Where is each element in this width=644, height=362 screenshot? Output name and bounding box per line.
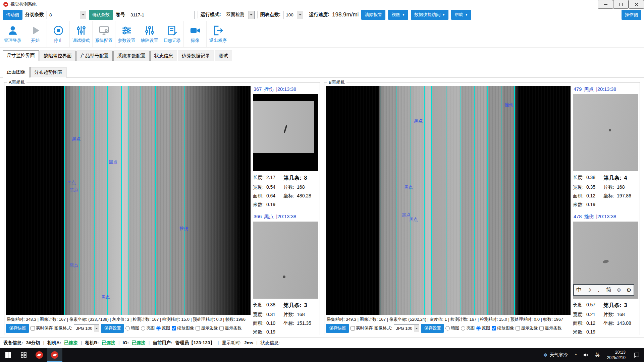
slit-count-select[interactable]: 8: [47, 11, 86, 19]
zoom-image-input[interactable]: [172, 326, 176, 330]
original-image-input[interactable]: [156, 326, 161, 330]
realtime-save-input[interactable]: [31, 326, 35, 330]
realtime-save-checkbox[interactable]: 实时保存: [31, 325, 53, 331]
stat-pieces: 片数:168: [283, 310, 318, 319]
image-format-value: JPG 100: [74, 326, 94, 331]
strip-boundary-line: [64, 86, 65, 315]
tab-test[interactable]: 测试: [215, 51, 232, 61]
start-button-taskbar[interactable]: [0, 348, 16, 362]
capture-button[interactable]: 撮像: [184, 21, 207, 47]
clock-widget[interactable]: 20:13 2025/2/10: [603, 348, 629, 362]
strip-boundary-line: [128, 86, 129, 315]
admin-login-button[interactable]: 管理登录: [1, 21, 24, 47]
zoom-image-input[interactable]: [492, 326, 496, 330]
clear-alarm-button[interactable]: 清除报警: [361, 10, 385, 20]
chevron-down-icon: [248, 11, 254, 19]
stat-empty: [603, 200, 638, 209]
show-edge-checkbox[interactable]: 显示边缘: [516, 325, 538, 331]
bright-image-input[interactable]: [141, 326, 145, 330]
tray-expand-chevron[interactable]: ^: [572, 348, 580, 362]
show-strips-input[interactable]: [539, 326, 544, 330]
stat-area: 面积:0.64: [253, 192, 283, 200]
realtime-save-input[interactable]: [351, 326, 355, 330]
save-settings-button[interactable]: 保存设置: [101, 324, 124, 333]
run-mode-select[interactable]: 双面检测: [224, 11, 255, 19]
realtime-save-checkbox[interactable]: 实时保存: [351, 325, 373, 331]
input-language-button[interactable]: 英: [591, 348, 603, 362]
dark-image-input[interactable]: [445, 326, 450, 330]
tab-system-param-config[interactable]: 系统参数配置: [113, 51, 150, 61]
dark-image-input[interactable]: [125, 326, 130, 330]
taskbar-app-button-active[interactable]: [47, 348, 62, 362]
ime-lang-toggle[interactable]: 中: [576, 287, 582, 294]
notification-center-button[interactable]: [629, 348, 644, 362]
view-menu-button[interactable]: 视图▼: [388, 10, 408, 20]
tab-front-image[interactable]: 正面图像: [3, 67, 30, 77]
ime-simplified-toggle[interactable]: 简: [606, 287, 611, 294]
dark-image-radio[interactable]: 暗图: [445, 325, 459, 331]
show-strips-input[interactable]: [219, 326, 224, 330]
defect-settings-button[interactable]: 缺陷设置: [138, 21, 161, 47]
weather-icon: ❄: [543, 352, 547, 358]
show-edge-input[interactable]: [196, 326, 200, 330]
bright-image-radio[interactable]: 亮图: [141, 325, 155, 331]
image-format-select[interactable]: JPG 100: [394, 324, 419, 332]
show-strips-checkbox[interactable]: 显示条数: [219, 325, 241, 331]
tab-status-info[interactable]: 状态信息: [150, 51, 177, 61]
image-format-select[interactable]: JPG 100: [74, 324, 99, 332]
save-settings-button[interactable]: 保存设置: [421, 324, 444, 333]
tab-edge-data-record[interactable]: 边缘数据记录: [178, 51, 214, 61]
exit-program-button[interactable]: 退出程序: [207, 21, 229, 47]
tab-product-model-config[interactable]: 产品型号配置: [76, 51, 113, 61]
show-edge-checkbox[interactable]: 显示边缘: [196, 325, 218, 331]
ime-punctuation-toggle[interactable]: ，: [596, 287, 601, 294]
maximize-button[interactable]: [613, 0, 629, 9]
zoom-image-checkbox[interactable]: 缩放图像: [492, 325, 514, 331]
start-button[interactable]: 开始: [24, 21, 47, 47]
debug-mode-button[interactable]: 调试模式: [70, 21, 93, 47]
dark-image-radio[interactable]: 暗图: [125, 325, 139, 331]
close-button[interactable]: [629, 0, 644, 9]
ime-fullwidth-moon-icon[interactable]: ☽: [586, 287, 591, 293]
tab-size-monitor[interactable]: 尺寸监控界面: [3, 50, 39, 61]
show-edge-input[interactable]: [516, 326, 520, 330]
ime-emoji-icon[interactable]: ☺: [616, 287, 622, 293]
task-view-button[interactable]: [16, 348, 32, 362]
chart-points-select[interactable]: 100: [283, 11, 303, 19]
original-image-radio[interactable]: 原图: [156, 325, 170, 331]
taskbar-app-button[interactable]: [32, 348, 47, 362]
tab-distribution-trend[interactable]: 分布趋势图表: [30, 67, 66, 77]
operate-side-button[interactable]: 操作侧: [622, 10, 641, 20]
param-settings-button[interactable]: 参数设置: [115, 21, 138, 47]
roll-number-input[interactable]: [128, 11, 195, 19]
defect-type: 挫伤: [584, 214, 594, 220]
original-image-radio[interactable]: 原图: [476, 325, 490, 331]
volume-button[interactable]: [580, 348, 591, 362]
sliders-vertical-icon: [144, 25, 155, 36]
strip-boundary-line: [79, 86, 80, 315]
bright-image-input[interactable]: [461, 326, 465, 330]
stop-button[interactable]: 停止: [47, 21, 70, 47]
save-snapshot-button[interactable]: 保存快照: [6, 324, 29, 333]
zoom-image-checkbox[interactable]: 缩放图像: [172, 325, 194, 331]
weather-widget[interactable]: ❄ 天气寒冷: [539, 348, 572, 362]
show-strips-checkbox[interactable]: 显示条数: [539, 325, 561, 331]
data-quick-access-button[interactable]: 数据快捷访问▼: [411, 10, 448, 20]
minimize-button[interactable]: [598, 0, 613, 9]
system-config-button[interactable]: 系统配置: [93, 21, 115, 47]
defect-label: 黑点: [70, 262, 78, 268]
strip-boundary-line: [380, 86, 380, 315]
strip-boundary-line: [487, 86, 488, 315]
original-image-input[interactable]: [476, 326, 481, 330]
log-record-button[interactable]: 日志记录: [161, 21, 184, 47]
help-menu-button[interactable]: 帮助▼: [451, 10, 471, 20]
drive-side-button[interactable]: 传动侧: [3, 10, 22, 20]
ime-settings-gear-icon[interactable]: ⚙: [627, 287, 631, 293]
confirm-strips-button[interactable]: 确认条数: [89, 10, 113, 20]
panel-b-title: B面相机: [327, 79, 346, 85]
tab-defect-monitor[interactable]: 缺陷监控界面: [40, 51, 76, 61]
save-snapshot-button[interactable]: 保存快照: [326, 324, 349, 333]
chart-points-value: 100: [283, 12, 297, 17]
bright-image-radio[interactable]: 亮图: [461, 325, 475, 331]
help-menu-label: 帮助: [454, 12, 463, 18]
